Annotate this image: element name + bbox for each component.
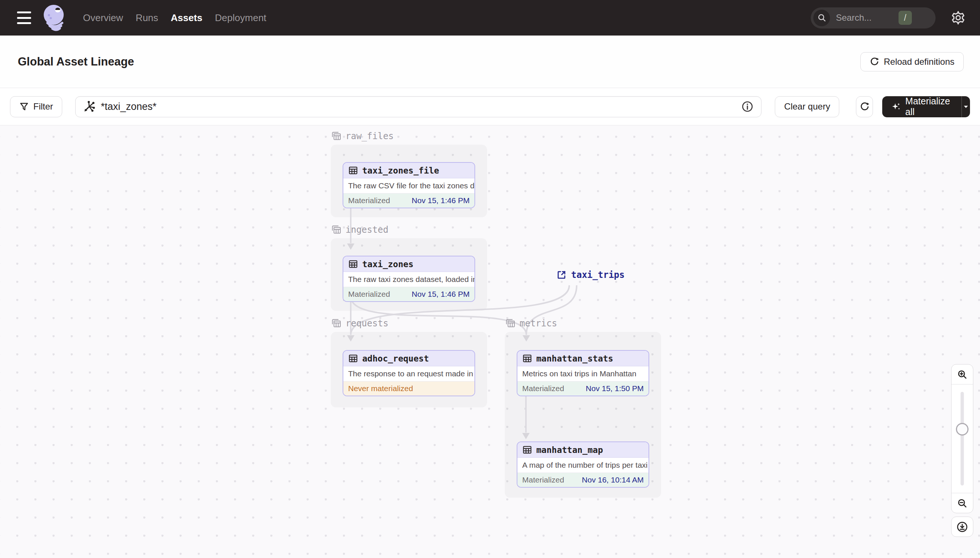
- external-link-icon: [556, 270, 567, 280]
- asset-name: adhoc_request: [362, 354, 429, 363]
- status-label: Materialized: [522, 476, 564, 484]
- menu-icon[interactable]: [17, 11, 32, 24]
- table-icon: [348, 259, 358, 269]
- filter-icon: [19, 102, 29, 112]
- asset-status-bar: Materialized Nov 15, 1:46 PM: [343, 287, 474, 301]
- asset-status-bar: Never materialized: [343, 381, 474, 396]
- group-tables-icon: [331, 318, 342, 329]
- zoom-controls: [951, 364, 973, 513]
- asset-node-taxi-zones-file[interactable]: taxi_zones_file The raw CSV file for the…: [343, 162, 475, 208]
- zoom-slider-thumb[interactable]: [956, 423, 968, 435]
- reload-definitions-button[interactable]: Reload definitions: [860, 52, 964, 71]
- refresh-icon: [870, 57, 879, 67]
- asset-status-bar: Materialized Nov 16, 10:14 AM: [517, 473, 649, 487]
- asset-status-bar: Materialized Nov 15, 1:46 PM: [343, 194, 474, 208]
- download-icon: [956, 521, 968, 533]
- search-icon: [813, 10, 830, 26]
- status-label: Materialized: [348, 196, 390, 205]
- nav-deployment[interactable]: Deployment: [215, 12, 266, 24]
- group-label-ingested[interactable]: ingested: [331, 224, 389, 235]
- zoom-slider: [952, 384, 973, 493]
- primary-nav: Overview Runs Assets Deployment: [83, 12, 266, 24]
- asset-description: The raw taxi zones dataset, loaded int..…: [343, 272, 474, 287]
- external-asset-name: taxi_trips: [571, 270, 625, 280]
- group-name: raw_files: [346, 131, 394, 141]
- asset-description: The response to an request made in th...: [343, 366, 474, 381]
- group-tables-icon: [331, 131, 342, 142]
- search-bar[interactable]: /: [811, 7, 936, 28]
- refresh-icon: [860, 102, 870, 112]
- zoom-out-button[interactable]: [952, 493, 973, 513]
- group-label-raw-files[interactable]: raw_files: [331, 131, 394, 142]
- clear-query-button[interactable]: Clear query: [775, 96, 839, 117]
- group-tables-icon: [505, 318, 516, 329]
- asset-name: manhattan_stats: [536, 354, 613, 363]
- asset-graph-icon: [83, 100, 96, 113]
- nav-overview[interactable]: Overview: [83, 12, 123, 24]
- search-shortcut-badge: /: [899, 11, 912, 25]
- lineage-canvas[interactable]: raw_files ingested requests metrics: [0, 125, 980, 558]
- asset-node-adhoc-request[interactable]: adhoc_request The response to an request…: [343, 350, 475, 396]
- zoom-in-button[interactable]: [952, 364, 973, 384]
- group-label-requests[interactable]: requests: [331, 318, 389, 329]
- page-title: Global Asset Lineage: [18, 55, 134, 69]
- status-date[interactable]: Nov 15, 1:50 PM: [586, 384, 644, 393]
- asset-name: manhattan_map: [536, 445, 603, 455]
- lineage-toolbar: Filter Clear query: [0, 88, 980, 125]
- group-label-metrics[interactable]: metrics: [505, 318, 557, 329]
- group-name: ingested: [346, 225, 389, 235]
- table-icon: [348, 353, 358, 363]
- asset-description: A map of the number of trips per taxi z.…: [517, 458, 649, 473]
- page-header: Global Asset Lineage Reload definitions: [0, 36, 980, 88]
- dagster-logo[interactable]: [41, 4, 68, 32]
- nav-runs[interactable]: Runs: [135, 12, 158, 24]
- caret-down-icon: [962, 102, 970, 111]
- table-icon: [522, 445, 532, 455]
- zoom-slider-track[interactable]: [961, 392, 964, 486]
- asset-status-bar: Materialized Nov 15, 1:50 PM: [517, 381, 649, 396]
- asset-query-field[interactable]: [75, 96, 761, 117]
- asset-name: taxi_zones_file: [362, 166, 439, 176]
- gear-icon[interactable]: [950, 10, 966, 26]
- asset-description: Metrics on taxi trips in Manhattan: [517, 366, 649, 381]
- group-name: requests: [346, 318, 389, 328]
- status-date[interactable]: Nov 15, 1:46 PM: [412, 290, 469, 299]
- asset-node-taxi-zones[interactable]: taxi_zones The raw taxi zones dataset, l…: [343, 256, 475, 302]
- asset-node-manhattan-stats[interactable]: manhattan_stats Metrics on taxi trips in…: [517, 350, 649, 396]
- filter-button[interactable]: Filter: [10, 96, 62, 117]
- asset-description: The raw CSV file for the taxi zones dat.…: [343, 178, 474, 194]
- materialize-all-split-button: Materialize all: [882, 96, 970, 117]
- table-icon: [522, 353, 532, 363]
- materialize-all-button[interactable]: Materialize all: [882, 96, 962, 117]
- status-date[interactable]: Nov 16, 10:14 AM: [582, 476, 644, 484]
- asset-node-manhattan-map[interactable]: manhattan_map A map of the number of tri…: [517, 441, 649, 488]
- asset-query-input[interactable]: [101, 101, 741, 113]
- external-asset-taxi-trips[interactable]: taxi_trips: [556, 270, 625, 280]
- asset-name: taxi_zones: [362, 259, 413, 269]
- nav-assets[interactable]: Assets: [171, 12, 202, 24]
- search-input[interactable]: [836, 13, 891, 23]
- table-icon: [348, 166, 358, 176]
- status-label: Materialized: [522, 384, 564, 393]
- zoom-out-icon: [957, 498, 968, 509]
- sparkles-icon: [892, 102, 900, 112]
- top-nav: Overview Runs Assets Deployment /: [0, 0, 980, 36]
- zoom-in-icon: [957, 369, 968, 380]
- refresh-graph-button[interactable]: [856, 96, 873, 117]
- group-name: metrics: [520, 318, 557, 328]
- materialize-options-caret[interactable]: [962, 96, 970, 117]
- group-tables-icon: [331, 224, 342, 235]
- status-label: Never materialized: [348, 384, 413, 393]
- status-date[interactable]: Nov 15, 1:46 PM: [412, 196, 469, 205]
- lineage-edges: [0, 125, 980, 558]
- status-label: Materialized: [348, 290, 390, 299]
- info-icon[interactable]: [741, 100, 754, 113]
- download-view-button[interactable]: [951, 517, 973, 537]
